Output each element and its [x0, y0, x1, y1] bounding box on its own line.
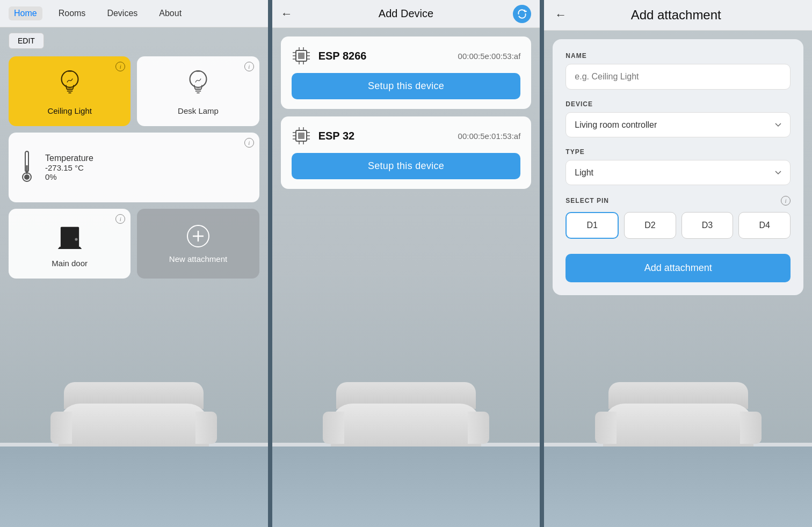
name-form-group: NAME: [566, 52, 791, 90]
add-device-title: Add Device: [379, 8, 433, 20]
sofa-body-3: [603, 404, 753, 447]
refresh-button[interactable]: [513, 5, 531, 23]
desk-lamp-icon: [182, 68, 214, 102]
svg-point-5: [190, 71, 207, 87]
esp32-card: ESP 32 00:00:5e:01:53:af Setup this devi…: [281, 116, 532, 189]
name-label: NAME: [566, 52, 791, 60]
nav-tab-home[interactable]: Home: [9, 6, 42, 20]
sofa-body: [59, 404, 209, 447]
desk-lamp-label: Desk Lamp: [178, 106, 219, 115]
sofa-arm-right-3: [740, 412, 762, 444]
sofa-arm-left-2: [323, 412, 344, 444]
type-label: TYPE: [566, 148, 791, 156]
temperature-value: -273.15 °C: [45, 163, 93, 172]
thermometer-icon: [19, 149, 34, 186]
device-form-group: DEVICE Living room controller Bedroom co…: [566, 100, 791, 137]
divider-2: [540, 0, 544, 527]
divider-1: [268, 0, 272, 527]
setup-esp32-button[interactable]: Setup this device: [292, 153, 521, 179]
device-select[interactable]: Living room controller Bedroom controlle…: [566, 112, 791, 137]
pin-d1-button[interactable]: D1: [566, 212, 619, 239]
esp-device-list: ESP 8266 00:00:5e:00:53:af Setup this de…: [272, 28, 540, 197]
add-attachment-submit-button[interactable]: Add attachment: [566, 254, 791, 282]
pin-d2-button[interactable]: D2: [624, 212, 676, 239]
desk-lamp-info-icon[interactable]: i: [244, 62, 254, 71]
svg-rect-20: [298, 53, 305, 59]
nav-bar: Home Rooms Devices About: [0, 0, 268, 27]
svg-rect-32: [298, 133, 305, 139]
pin-d3-button[interactable]: D3: [682, 212, 734, 239]
home-panel: Home Rooms Devices About EDIT i: [0, 0, 268, 527]
pin-info-icon[interactable]: i: [781, 196, 791, 206]
nav-tab-about[interactable]: About: [154, 6, 187, 20]
back-button[interactable]: ←: [281, 7, 293, 21]
esp32-header: ESP 32 00:00:5e:01:53:af: [292, 126, 521, 145]
new-attachment-card[interactable]: New attachment: [137, 209, 259, 279]
svg-point-0: [61, 71, 78, 87]
type-form-group: TYPE Light Switch Fan Sensor: [566, 148, 791, 185]
pin-d4-button[interactable]: D4: [738, 212, 791, 239]
ceiling-light-card[interactable]: i Ceiling Light: [9, 56, 130, 126]
svg-point-12: [24, 174, 30, 180]
temperature-percent: 0%: [45, 172, 93, 181]
device-label: DEVICE: [566, 100, 791, 108]
pin-section-header: SELECT PIN i: [566, 196, 791, 206]
type-select[interactable]: Light Switch Fan Sensor: [566, 160, 791, 185]
new-attachment-label: New attachment: [169, 254, 227, 264]
setup-esp8266-button[interactable]: Setup this device: [292, 73, 521, 99]
ceiling-light-label: Ceiling Light: [47, 106, 92, 115]
nav-tab-devices[interactable]: Devices: [102, 6, 143, 20]
esp8266-name: ESP 8266: [318, 50, 367, 62]
add-attachment-title: Add attachment: [631, 8, 737, 23]
esp8266-mac: 00:00:5e:00:53:af: [458, 52, 521, 61]
add-attachment-header: ← Add attachment: [544, 0, 812, 31]
temperature-info: Temperature -273.15 °C 0%: [45, 153, 93, 181]
esp32-mac: 00:00:5e:01:53:af: [458, 131, 521, 141]
edit-button[interactable]: EDIT: [9, 33, 44, 49]
esp32-name: ESP 32: [318, 130, 354, 142]
add-attachment-panel: ← Add attachment NAME DEVICE Living room…: [544, 0, 812, 527]
sofa-arm-right-2: [468, 412, 489, 444]
name-input[interactable]: [566, 64, 791, 90]
esp8266-header: ESP 8266 00:00:5e:00:53:af: [292, 46, 521, 65]
ceiling-light-info-icon[interactable]: i: [115, 62, 125, 71]
chip-icon-32: [292, 126, 311, 145]
add-attachment-back-button[interactable]: ←: [555, 8, 567, 22]
sofa-arm-left-3: [595, 412, 617, 444]
device-grid: i Ceiling Light i: [0, 56, 268, 279]
nav-tab-rooms[interactable]: Rooms: [53, 6, 91, 20]
sofa-arm-right: [195, 412, 217, 444]
sofa-body-2: [331, 404, 481, 447]
main-door-label: Main door: [52, 259, 88, 268]
svg-point-15: [75, 238, 77, 240]
svg-rect-13: [26, 165, 28, 174]
pin-form-group: SELECT PIN i D1 D2 D3 D4: [566, 196, 791, 239]
plus-icon: [186, 224, 210, 250]
ceiling-light-icon: [54, 68, 86, 102]
esp8266-card: ESP 8266 00:00:5e:00:53:af Setup this de…: [281, 36, 532, 109]
door-icon: [54, 220, 86, 254]
pin-grid: D1 D2 D3 D4: [566, 212, 791, 239]
add-device-header: ← Add Device: [272, 0, 540, 28]
pin-label: SELECT PIN: [566, 197, 609, 204]
temperature-title: Temperature: [45, 153, 93, 163]
main-door-info-icon[interactable]: i: [115, 214, 125, 224]
main-door-card[interactable]: i Main door: [9, 209, 130, 279]
chip-icon-8266: [292, 46, 311, 65]
temperature-info-icon[interactable]: i: [244, 138, 254, 148]
sofa-arm-left: [50, 412, 72, 444]
add-device-panel: ← Add Device: [272, 0, 540, 527]
desk-lamp-card[interactable]: i Desk Lamp: [137, 56, 259, 126]
temperature-card[interactable]: i Temperature -273.15 °C 0%: [9, 133, 259, 202]
attachment-form: NAME DEVICE Living room controller Bedro…: [553, 39, 803, 295]
